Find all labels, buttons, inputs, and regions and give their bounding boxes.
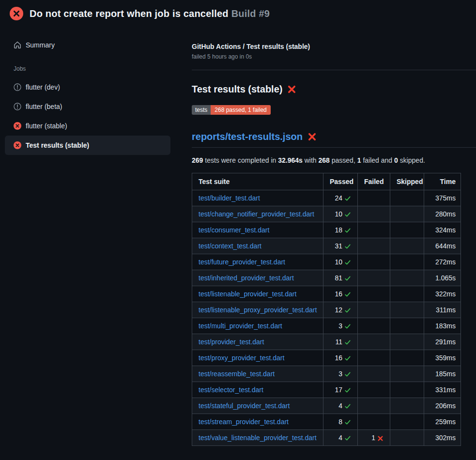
check-icon xyxy=(344,371,351,378)
test-suite-link[interactable]: test/listenable_provider_test.dart xyxy=(199,290,296,298)
column-header-failed: Failed xyxy=(358,173,390,190)
column-header-skipped: Skipped xyxy=(390,173,424,190)
table-row: test/stateful_provider_test.dart 4 206ms xyxy=(192,398,461,414)
time-cell: 206ms xyxy=(424,398,461,414)
test-suite-link[interactable]: test/stream_provider_test.dart xyxy=(199,418,289,426)
run-meta: failed 5 hours ago in 0s xyxy=(192,52,476,61)
sidebar-item-flutter-stable[interactable]: flutter (stable) xyxy=(5,116,170,136)
build-number: Build #9 xyxy=(231,8,270,19)
failed-total: 1 xyxy=(357,156,361,164)
cross-mark-icon xyxy=(307,132,317,141)
test-suite-link[interactable]: test/value_listenable_provider_test.dart xyxy=(199,434,317,442)
test-suite-link[interactable]: test/reassemble_test.dart xyxy=(199,370,275,378)
sidebar-item-flutter-dev[interactable]: flutter (dev) xyxy=(5,77,170,97)
report-title-link[interactable]: reports/test-results.json xyxy=(192,130,303,143)
neutral-status-icon xyxy=(14,83,21,91)
passed-count: 3 xyxy=(338,322,342,330)
check-icon xyxy=(344,275,351,282)
section-title-text: Test results (stable) xyxy=(192,83,282,95)
test-suite-link[interactable]: test/stateful_provider_test.dart xyxy=(199,402,290,410)
test-suite-link[interactable]: test/inherited_provider_test.dart xyxy=(199,274,294,282)
table-row: test/inherited_provider_test.dart 81 1.0… xyxy=(192,270,461,286)
tests-badge: tests 268 passed, 1 failed xyxy=(192,105,271,115)
test-suite-link[interactable]: test/consumer_test.dart xyxy=(199,226,269,234)
report-title: reports/test-results.json xyxy=(192,130,476,148)
test-suite-link[interactable]: test/builder_test.dart xyxy=(199,194,260,202)
time-cell: 324ms xyxy=(424,222,461,238)
failed-status-icon xyxy=(10,7,23,20)
table-row: test/proxy_provider_test.dart 16 359ms xyxy=(192,350,461,366)
test-suite-link[interactable]: test/change_notifier_provider_test.dart xyxy=(199,210,314,218)
neutral-status-icon xyxy=(14,103,21,110)
test-suite-link[interactable]: test/listenable_proxy_provider_test.dart xyxy=(199,306,317,314)
test-suite-link[interactable]: test/multi_provider_test.dart xyxy=(199,322,282,330)
table-row: test/provider_test.dart 11 291ms xyxy=(192,334,461,350)
passed-count: 3 xyxy=(338,370,342,378)
table-row: test/listenable_proxy_provider_test.dart… xyxy=(192,302,461,318)
passed-count: 17 xyxy=(335,386,342,394)
table-row: test/stream_provider_test.dart 8 259ms xyxy=(192,414,461,430)
sidebar-item-summary[interactable]: Summary xyxy=(5,35,170,55)
table-row: test/change_notifier_provider_test.dart … xyxy=(192,206,461,222)
test-suite-link[interactable]: test/future_provider_test.dart xyxy=(199,258,285,266)
time-cell: 185ms xyxy=(424,366,461,382)
time-cell: 322ms xyxy=(424,286,461,302)
failed-status-icon xyxy=(14,122,21,130)
sidebar-item-flutter-beta[interactable]: flutter (beta) xyxy=(5,97,170,116)
test-suite-link[interactable]: test/proxy_provider_test.dart xyxy=(199,354,284,362)
passed-count: 24 xyxy=(335,194,342,202)
home-icon xyxy=(14,41,21,49)
test-results-table: Test suite Passed Failed Skipped Time te… xyxy=(192,173,461,446)
table-row: test/context_test.dart 31 644ms xyxy=(192,238,461,254)
check-icon xyxy=(344,387,351,394)
test-suite-link[interactable]: test/selector_test.dart xyxy=(199,386,263,394)
jobs-section-label: Jobs xyxy=(14,65,170,72)
time-cell: 375ms xyxy=(424,190,461,206)
check-icon xyxy=(344,339,351,346)
job-label: Test results (stable) xyxy=(26,141,89,149)
sidebar-item-label: Summary xyxy=(26,41,55,49)
passed-count: 81 xyxy=(335,274,342,282)
results-summary: 269 tests were completed in 32.964s with… xyxy=(192,155,476,165)
jobs-list: flutter (dev) flutter (beta) xyxy=(5,77,170,155)
check-icon xyxy=(344,291,351,298)
passed-count: 11 xyxy=(335,338,342,346)
failed-count: 1 xyxy=(371,434,375,442)
table-row: test/builder_test.dart 24 375ms xyxy=(192,190,461,206)
time-cell: 331ms xyxy=(424,382,461,398)
time-cell: 302ms xyxy=(424,430,461,446)
passed-count: 10 xyxy=(335,258,342,266)
cross-mark-icon xyxy=(287,85,296,94)
test-suite-link[interactable]: test/provider_test.dart xyxy=(199,338,264,346)
skipped-total: 0 xyxy=(394,156,398,164)
passed-count: 12 xyxy=(335,306,342,314)
test-suite-link[interactable]: test/context_test.dart xyxy=(199,242,261,250)
time-cell: 644ms xyxy=(424,238,461,254)
column-header-passed: Passed xyxy=(323,173,358,190)
passed-count: 16 xyxy=(335,354,342,362)
total-duration: 32.964s xyxy=(278,156,303,164)
column-header-test-suite: Test suite xyxy=(192,173,323,190)
build-header: Do not create report when job is cancell… xyxy=(0,0,476,27)
time-cell: 1.065s xyxy=(424,270,461,286)
job-label: flutter (stable) xyxy=(26,122,67,130)
divider xyxy=(192,70,476,70)
table-row: test/listenable_provider_test.dart 16 32… xyxy=(192,286,461,302)
check-icon xyxy=(344,435,351,442)
time-cell: 291ms xyxy=(424,334,461,350)
time-cell: 259ms xyxy=(424,414,461,430)
breadcrumb: GitHub Actions / Test results (stable) xyxy=(192,42,476,51)
check-icon xyxy=(344,195,351,202)
check-icon xyxy=(344,403,351,410)
passed-count: 4 xyxy=(338,434,342,442)
passed-count: 10 xyxy=(335,210,342,218)
check-icon xyxy=(344,323,351,330)
table-row: test/reassemble_test.dart 3 185ms xyxy=(192,366,461,382)
table-row: test/consumer_test.dart 18 324ms xyxy=(192,222,461,238)
sidebar-item-test-results-stable[interactable]: Test results (stable) xyxy=(5,136,170,155)
table-row: test/future_provider_test.dart 10 272ms xyxy=(192,254,461,270)
main-content: GitHub Actions / Test results (stable) f… xyxy=(192,27,476,446)
table-row: test/selector_test.dart 17 331ms xyxy=(192,382,461,398)
passed-count: 4 xyxy=(338,402,342,410)
section-title: Test results (stable) xyxy=(192,83,476,95)
